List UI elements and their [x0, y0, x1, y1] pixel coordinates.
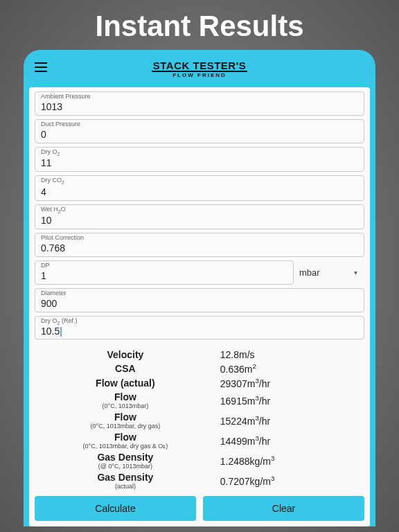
dry-o2-label: Dry O2: [41, 149, 358, 157]
diameter-label: Diameter: [41, 290, 358, 297]
wet-h2o-input[interactable]: [41, 215, 358, 226]
result-flow-dry-o2-label: Flow: [35, 432, 216, 443]
ambient-pressure-input[interactable]: [41, 101, 358, 112]
banner-title: Instant Results: [0, 0, 399, 50]
app-frame: STACK TESTER'S FLOW FRIEND Ambient Press…: [24, 50, 375, 526]
result-gd-act-sub: (actual): [35, 483, 216, 490]
dry-o2-field[interactable]: Dry O2: [35, 147, 364, 172]
result-flow-dry: Flow(0°C, 1013mbar, dry gas) 15224m3/hr: [35, 411, 364, 429]
dp-input[interactable]: [41, 270, 287, 281]
logo-title: STACK TESTER'S: [152, 60, 247, 72]
calculate-button[interactable]: Calculate: [35, 496, 196, 521]
result-csa-value: 0.636m2: [216, 362, 364, 375]
wet-h2o-field[interactable]: Wet H2O: [35, 204, 364, 230]
result-flow-actual-label: Flow (actual): [35, 378, 216, 389]
app-bar: STACK TESTER'S FLOW FRIEND: [29, 55, 370, 83]
result-csa: CSA 0.636m2: [35, 362, 364, 375]
menu-icon[interactable]: [35, 62, 47, 72]
result-gd-act-value: 0.7207kg/m3: [216, 475, 364, 487]
result-gas-density-std: Gas Density(@ 0°C, 1013mbar) 1.2488kg/m3: [35, 452, 364, 470]
result-flow-dry-o2: Flow(0°C, 1013mbar, dry gas & O₂) 14499m…: [35, 432, 364, 450]
result-flow-dry-label: Flow: [35, 411, 216, 423]
duct-pressure-label: Duct Pressure: [41, 121, 358, 128]
result-gd-std-label: Gas Density: [35, 452, 216, 463]
result-velocity-label: Velocity: [35, 349, 216, 360]
dry-co2-label: Dry CO2: [41, 177, 358, 186]
pitot-input[interactable]: [41, 242, 358, 254]
dry-o2-input[interactable]: [41, 157, 358, 168]
duct-pressure-input[interactable]: [41, 129, 358, 140]
result-flow-actual: Flow (actual) 29307m3/hr: [35, 377, 364, 389]
clear-button[interactable]: Clear: [203, 496, 364, 521]
dp-unit-select[interactable]: mbar ▾: [298, 261, 364, 285]
app-logo: STACK TESTER'S FLOW FRIEND: [152, 60, 247, 78]
result-flow-dry-o2-value: 14499m3/hr: [216, 434, 364, 447]
ambient-pressure-label: Ambient Pressure: [41, 94, 358, 100]
dry-o2-ref-field[interactable]: Dry O2 (Ref.) 10.5|: [35, 316, 364, 340]
pitot-label: Pitot Correction: [41, 235, 358, 242]
result-csa-label: CSA: [35, 363, 216, 374]
result-gas-density-actual: Gas Density(actual) 0.7207kg/m3: [35, 472, 364, 490]
result-gd-act-label: Gas Density: [35, 472, 216, 483]
result-flow-std-value: 16915m3/hr: [216, 394, 364, 407]
dp-field[interactable]: DP: [35, 260, 294, 285]
result-gd-std-value: 1.2488kg/m3: [216, 454, 364, 467]
chevron-down-icon: ▾: [354, 269, 357, 276]
dp-unit-value: mbar: [299, 267, 320, 278]
pitot-field[interactable]: Pitot Correction: [35, 233, 364, 257]
button-row: Calculate Clear: [29, 492, 370, 526]
dry-o2-ref-label: Dry O2 (Ref.): [41, 318, 358, 326]
result-flow-actual-value: 29307m3/hr: [216, 377, 364, 389]
wet-h2o-label: Wet H2O: [41, 206, 358, 215]
dry-co2-field[interactable]: Dry CO2: [35, 175, 364, 201]
diameter-field[interactable]: Diameter: [35, 288, 364, 312]
result-flow-std: Flow(0°C, 1013mbar) 16915m3/hr: [35, 391, 364, 409]
result-flow-dry-sub: (0°C, 1013mbar, dry gas): [35, 423, 216, 429]
result-flow-dry-o2-sub: (0°C, 1013mbar, dry gas & O₂): [35, 443, 216, 450]
result-flow-dry-value: 15224m3/hr: [216, 414, 364, 427]
dry-co2-input[interactable]: [41, 186, 358, 197]
result-gd-std-sub: (@ 0°C, 1013mbar): [35, 463, 216, 470]
result-velocity: Velocity 12.8m/s: [35, 349, 364, 360]
input-fields: Ambient Pressure Duct Pressure Dry O2 Dr…: [35, 91, 364, 343]
result-flow-std-label: Flow: [35, 391, 216, 402]
results-panel: Velocity 12.8m/s CSA 0.636m2 Flow (actua…: [35, 343, 364, 492]
dry-o2-ref-input[interactable]: 10.5|: [41, 326, 358, 337]
dp-row: DP mbar ▾: [35, 260, 364, 285]
result-flow-std-sub: (0°C, 1013mbar): [35, 402, 216, 409]
screen: Ambient Pressure Duct Pressure Dry O2 Dr…: [29, 87, 370, 526]
dp-label: DP: [41, 263, 287, 269]
logo-subtitle: FLOW FRIEND: [152, 73, 247, 78]
ambient-pressure-field[interactable]: Ambient Pressure: [35, 91, 364, 116]
result-velocity-value: 12.8m/s: [216, 349, 364, 360]
diameter-input[interactable]: [41, 298, 358, 309]
duct-pressure-field[interactable]: Duct Pressure: [35, 119, 364, 143]
